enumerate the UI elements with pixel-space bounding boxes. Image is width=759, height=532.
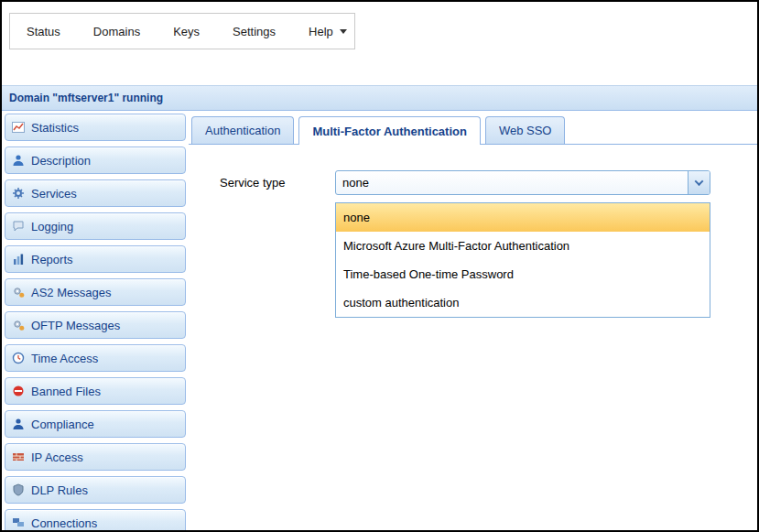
brick-wall-icon [12,451,25,463]
sidebar-item-statistics[interactable]: Statistics [5,114,186,141]
sidebar-item-dlp-rules[interactable]: DLP Rules [5,476,186,504]
sidebar-item-time-access[interactable]: Time Access [5,344,186,372]
sidebar-item-services[interactable]: Services [5,179,186,207]
tab-web-sso[interactable]: Web SSO [485,116,566,144]
sidebar-item-label: Statistics [31,121,79,135]
sidebar-item-label: Compliance [31,418,94,431]
sidebar-item-label: Description [31,154,91,168]
gear-message-icon [12,286,25,299]
sidebar-item-label: OFTP Messages [31,319,120,332]
sidebar-item-logging[interactable]: Logging [5,212,186,240]
menu-settings-label: Settings [233,25,276,38]
clock-icon [12,352,25,364]
shield-icon [12,483,25,496]
content-area: Authentication Multi-Factor Authenticati… [189,111,757,530]
tab-multi-factor-authentication[interactable]: Multi-Factor Authentication [298,116,481,145]
sidebar-item-label: Connections [31,516,97,530]
network-icon [12,516,25,529]
dropdown-option-totp[interactable]: Time-based One-time Password [336,260,710,288]
chevron-down-icon [695,177,704,186]
sidebar-item-banned-files[interactable]: Banned Files [5,377,186,405]
service-type-label: Service type [220,170,335,190]
menu-keys-label: Keys [173,25,200,38]
dropdown-option-custom-authentication[interactable]: custom authentication [336,288,710,317]
tab-authentication[interactable]: Authentication [191,116,294,144]
top-menubar: Status Domains Keys Settings Help [9,13,355,49]
mft-admin-window: { "menu": { "items": [ { "label": "Statu… [0,0,759,532]
tabstrip: Authentication Multi-Factor Authenticati… [191,116,565,145]
service-type-dropdown-list: none Microsoft Azure Multi-Factor Authen… [335,202,710,318]
sidebar-item-label: Time Access [31,352,98,365]
service-type-row: Service type none none Microsoft Azure M… [189,145,757,195]
menu-status-label: Status [27,25,60,38]
sidebar-item-oftp-messages[interactable]: OFTP Messages [5,311,186,339]
no-entry-icon [12,385,25,397]
menu-domains-label: Domains [93,25,140,38]
combobox-dropdown-button[interactable] [688,171,710,194]
menu-domains[interactable]: Domains [77,14,157,49]
caret-down-icon [340,29,347,34]
sidebar-item-label: Services [31,187,77,201]
chart-icon [12,121,25,134]
gear-message-icon [12,319,25,331]
sidebar-item-description[interactable]: Description [5,147,186,174]
menu-help-label: Help [309,25,333,38]
bar-chart-icon [12,253,25,266]
speech-bubble-icon [12,220,25,233]
sidebar-item-connections[interactable]: Connections [5,509,186,530]
sidebar-item-label: DLP Rules [31,483,88,497]
service-type-combo-wrap: none none Microsoft Azure Multi-Factor A… [335,170,710,195]
sidebar-item-label: Banned Files [31,385,101,398]
sidebar-item-compliance[interactable]: Compliance [5,410,186,438]
domain-status-header: Domain "mftserver1" running [2,85,757,111]
menu-status[interactable]: Status [10,14,77,49]
dropdown-option-azure-mfa[interactable]: Microsoft Azure Multi-Factor Authenticat… [336,232,710,260]
sidebar-item-label: Logging [31,220,73,233]
dropdown-option-none[interactable]: none [336,203,710,232]
sidebar-item-reports[interactable]: Reports [5,245,186,273]
menu-help[interactable]: Help [292,14,363,49]
menu-settings[interactable]: Settings [216,14,292,49]
person-icon [12,154,25,167]
sidebar: Statistics Description Services Logging … [2,111,189,530]
sidebar-item-label: Reports [31,253,73,266]
sidebar-item-ip-access[interactable]: IP Access [5,443,186,471]
sidebar-item-as2-messages[interactable]: AS2 Messages [5,278,186,306]
sidebar-item-label: AS2 Messages [31,286,111,299]
gear-icon [12,187,25,200]
tab-panel: Service type none none Microsoft Azure M… [189,144,757,530]
combobox-value: none [336,171,688,194]
person-icon [12,418,25,430]
domain-status-title: Domain "mftserver1" running [9,92,163,104]
sidebar-item-label: IP Access [31,451,83,464]
menu-keys[interactable]: Keys [157,14,216,49]
main-area: Statistics Description Services Logging … [2,111,757,530]
service-type-combobox[interactable]: none [335,170,710,195]
